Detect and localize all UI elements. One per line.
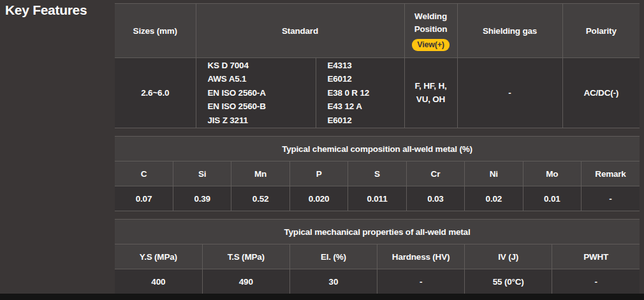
mechanical-col-iv: IV (J) [465,244,552,269]
standard-spec-item: KS D 7004 [208,59,316,73]
chemical-data-row: 0.07 0.39 0.52 0.020 0.011 0.03 0.02 0.0… [115,186,640,211]
mechanical-properties-table: Typical mechanical properties of all-wel… [115,219,640,294]
chemical-value-mo: 0.01 [523,186,581,211]
mechanical-data-row: 400 490 30 - 55 (0°C) - [115,269,640,294]
spec-header-row: Sizes (mm) Standard Welding Position Vie… [115,4,640,58]
standard-class-item: E4313 [328,59,404,73]
chemical-header-row: C Si Mn P S Cr Ni Mo Remark [115,161,640,186]
footer-bar [0,294,644,300]
chemical-value-p: 0.020 [289,186,348,211]
spec-header-shielding-gas: Shielding gas [457,4,562,58]
mechanical-value-ts: 490 [202,269,289,294]
chemical-value-ni: 0.02 [465,186,523,211]
chemical-col-mo: Mo [523,161,581,186]
chemical-value-cr: 0.03 [406,186,464,211]
sizes-value: 2.6~6.0 [115,58,196,128]
chemical-col-si: Si [173,161,231,186]
spec-data-row: 2.6~6.0 KS D 7004 AWS A5.1 EN ISO 2560-A… [115,58,640,128]
chemical-col-cr: Cr [406,161,464,186]
chemical-value-c: 0.07 [115,186,173,211]
welding-position-value: F, HF, H, VU, OH [404,58,457,128]
mechanical-title-row: Typical mechanical properties of all-wel… [115,220,640,244]
chemical-col-ni: Ni [465,161,523,186]
mechanical-col-pwht: PWHT [552,244,640,269]
chemical-title-row: Typical chemical composition all-weld me… [115,137,640,161]
content-area: Sizes (mm) Standard Welding Position Vie… [115,3,640,300]
chemical-value-remark: - [582,186,640,211]
mechanical-value-iv: 55 (0°C) [465,269,552,294]
chemical-value-mn: 0.52 [231,186,289,211]
spec-header-sizes: Sizes (mm) [115,4,196,58]
chemical-value-s: 0.011 [348,186,406,211]
mechanical-col-el: El. (%) [289,244,377,269]
spec-header-welding-position: Welding Position View(+) [404,4,457,58]
mechanical-value-el: 30 [289,269,377,294]
standard-specs-cell: KS D 7004 AWS A5.1 EN ISO 2560-A EN ISO … [196,58,316,128]
chemical-col-remark: Remark [582,161,640,186]
page-title: Key Features [5,3,87,18]
standard-classes-cell: E4313 E6012 E38 0 R 12 E43 12 A E6012 [316,58,404,128]
spec-table: Sizes (mm) Standard Welding Position Vie… [115,3,640,128]
chemical-col-c: C [115,161,173,186]
standard-class-item: E38 0 R 12 [328,86,404,100]
chemical-composition-table: Typical chemical composition all-weld me… [115,136,640,211]
standard-spec-item: EN ISO 2560-A [208,86,316,100]
standard-class-item: E6012 [328,114,404,128]
mechanical-col-ys: Y.S (MPa) [115,244,202,269]
mechanical-value-hardness: - [377,269,464,294]
mechanical-table-title: Typical mechanical properties of all-wel… [115,220,640,244]
standard-spec-item: AWS A5.1 [208,72,316,86]
standard-spec-item: JIS Z 3211 [208,114,316,128]
mechanical-value-ys: 400 [115,269,202,294]
shielding-gas-value: - [457,58,562,128]
mechanical-col-hardness: Hardness (HV) [377,244,464,269]
chemical-col-mn: Mn [231,161,289,186]
standard-spec-item: EN ISO 2560-B [208,100,316,114]
chemical-col-s: S [348,161,406,186]
welding-position-label: Welding Position [405,10,457,36]
standard-class-item: E43 12 A [328,100,404,114]
mechanical-value-pwht: - [552,269,640,294]
chemical-table-title: Typical chemical composition all-weld me… [115,137,640,161]
mechanical-col-ts: T.S (MPa) [202,244,289,269]
spec-header-polarity: Polarity [562,4,640,58]
chemical-value-si: 0.39 [173,186,231,211]
polarity-value: AC/DC(-) [562,58,640,128]
mechanical-header-row: Y.S (MPa) T.S (MPa) El. (%) Hardness (HV… [115,244,640,269]
spec-header-standard: Standard [196,4,404,58]
chemical-col-p: P [289,161,348,186]
standard-class-item: E6012 [328,72,404,86]
view-plus-button[interactable]: View(+) [412,39,449,51]
